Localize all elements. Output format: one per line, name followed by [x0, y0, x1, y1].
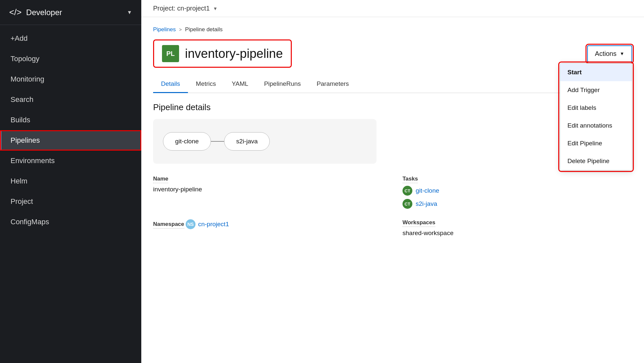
detail-workspaces-section: Workspaces shared-workspace: [402, 219, 632, 237]
developer-icon: </>: [9, 7, 22, 17]
breadcrumb-separator: >: [179, 27, 182, 32]
namespace-value[interactable]: cn-project1: [198, 221, 229, 228]
detail-workspaces-label: Workspaces: [402, 219, 435, 227]
project-chevron-icon: ▼: [213, 6, 218, 11]
dropdown-item-start[interactable]: Start: [560, 63, 632, 81]
sidebar-header[interactable]: </> Developer ▼: [0, 0, 141, 25]
detail-tasks-section: Tasks CT git-clone CT s2i-java: [402, 176, 632, 209]
ns-icon: NS: [186, 219, 196, 229]
pipeline-diagram: git-clone s2i-java: [153, 119, 377, 164]
main-content: Project: cn-project1 ▼ Pipelines > Pipel…: [141, 0, 644, 363]
tab-details[interactable]: Details: [153, 76, 188, 93]
detail-namespace-label: Namespace: [153, 221, 184, 229]
detail-tasks-label: Tasks: [402, 176, 418, 183]
task-item-s2i-java: CT s2i-java: [402, 199, 632, 209]
pipeline-connector: [211, 141, 224, 142]
sidebar-item-environments[interactable]: Environments: [0, 151, 141, 171]
ct-icon-git-clone: CT: [402, 186, 412, 196]
detail-name-label: Name: [153, 176, 168, 183]
sidebar-item-project[interactable]: Project: [0, 191, 141, 212]
sidebar-item-configmaps[interactable]: ConfigMaps: [0, 212, 141, 232]
tasks-list: CT git-clone CT s2i-java: [402, 186, 632, 209]
dropdown-item-edit-labels[interactable]: Edit labels: [560, 99, 632, 117]
sidebar-item-pipelines[interactable]: Pipelines: [0, 130, 141, 151]
sidebar-item-monitoring[interactable]: Monitoring: [0, 69, 141, 89]
page-title: inventory-pipeline: [185, 47, 283, 61]
project-label: Project: cn-project1: [153, 5, 210, 12]
project-selector[interactable]: Project: cn-project1 ▼: [153, 5, 218, 12]
dropdown-item-edit-pipeline[interactable]: Edit Pipeline: [560, 134, 632, 152]
actions-area: Actions ▼ Start Add Trigger Edit labels …: [587, 45, 632, 62]
task-item-git-clone: CT git-clone: [402, 186, 632, 196]
pipeline-icon-badge: PL: [162, 45, 179, 62]
actions-button[interactable]: Actions ▼: [587, 45, 632, 62]
pipeline-node-s2i-java: s2i-java: [224, 132, 270, 151]
tab-yaml[interactable]: YAML: [224, 76, 256, 93]
chevron-down-icon[interactable]: ▼: [127, 10, 132, 15]
detail-workspaces-value: shared-workspace: [402, 230, 632, 237]
sidebar-item-topology[interactable]: Topology: [0, 49, 141, 69]
breadcrumb-current: Pipeline details: [185, 26, 222, 33]
sidebar-nav: +Add Topology Monitoring Search Builds P…: [0, 25, 141, 232]
pipeline-node-git-clone: git-clone: [163, 132, 211, 151]
dropdown-item-edit-annotations[interactable]: Edit annotations: [560, 117, 632, 134]
sidebar-item-add[interactable]: +Add: [0, 28, 141, 49]
page-title-row: PL inventory-pipeline Actions ▼ Start Ad…: [153, 39, 632, 68]
tab-parameters[interactable]: Parameters: [309, 76, 357, 93]
details-grid: Name inventory-pipeline Tasks CT git-clo…: [153, 176, 632, 237]
breadcrumb-pipelines-link[interactable]: Pipelines: [153, 26, 176, 33]
tab-metrics[interactable]: Metrics: [188, 76, 224, 93]
sidebar: </> Developer ▼ +Add Topology Monitoring…: [0, 0, 141, 363]
sidebar-item-helm[interactable]: Helm: [0, 171, 141, 191]
topbar: Project: cn-project1 ▼: [141, 0, 644, 17]
actions-label: Actions: [595, 50, 617, 58]
tab-pipelineruns[interactable]: PipelineRuns: [256, 76, 309, 93]
detail-namespace-section: Namespace NS cn-project1: [153, 219, 383, 237]
actions-dropdown: Start Add Trigger Edit labels Edit annot…: [560, 63, 632, 170]
dropdown-item-add-trigger[interactable]: Add Trigger: [560, 81, 632, 99]
content-area: Pipelines > Pipeline details PL inventor…: [141, 17, 644, 363]
detail-name-section: Name inventory-pipeline: [153, 176, 383, 209]
sidebar-item-search[interactable]: Search: [0, 89, 141, 110]
page-title-box: PL inventory-pipeline: [153, 39, 292, 68]
dropdown-item-delete-pipeline[interactable]: Delete Pipeline: [560, 152, 632, 170]
detail-name-value: inventory-pipeline: [153, 186, 383, 193]
namespace-badge: NS cn-project1: [186, 219, 229, 229]
ct-icon-s2i-java: CT: [402, 199, 412, 209]
task-link-s2i-java[interactable]: s2i-java: [416, 200, 437, 207]
breadcrumb: Pipelines > Pipeline details: [153, 26, 632, 33]
sidebar-item-builds[interactable]: Builds: [0, 110, 141, 130]
actions-chevron-icon: ▼: [620, 51, 624, 56]
sidebar-title: Developer: [26, 8, 62, 17]
task-link-git-clone[interactable]: git-clone: [416, 187, 439, 194]
